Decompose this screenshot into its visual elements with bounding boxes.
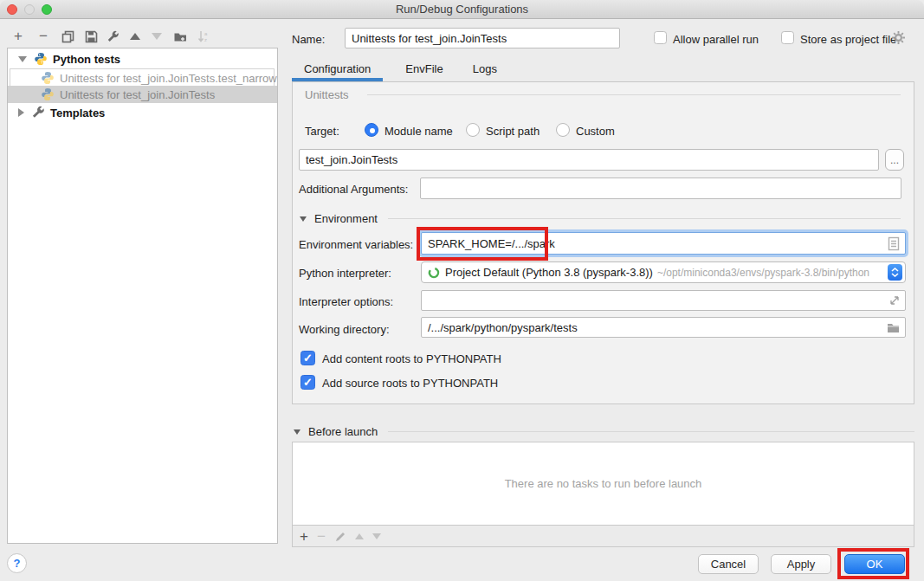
edit-icon [334,531,346,543]
cancel-button[interactable]: Cancel [698,554,759,574]
python-icon [41,87,55,101]
environment-group-label: Environment [314,212,378,225]
radio-script-path[interactable] [466,123,480,137]
python-interpreter-label: Python interpreter: [299,267,391,280]
target-label: Target: [305,125,339,138]
divider [367,94,901,95]
target-input[interactable]: test_join.JoinTests [299,149,879,171]
environment-variables-label: Environment variables: [299,238,413,251]
run-debug-configurations-dialog: Run/Debug Configurations + − az Python t… [0,0,924,581]
conda-env-icon [428,267,440,279]
divider [388,218,901,219]
name-label: Name: [292,33,325,46]
radio-module-name-label: Module name [384,125,453,138]
radio-module-name[interactable] [365,123,378,137]
additional-arguments-label: Additional Arguments: [299,183,408,196]
move-up-icon [355,533,364,539]
check-icon: ✓ [303,376,313,389]
save-icon[interactable] [83,29,99,44]
sort-alpha-icon: az [196,29,211,44]
unittests-group-label: Unittests [305,88,349,101]
tab-configuration[interactable]: Configuration [292,57,383,81]
tree-item-python-tests[interactable]: Python tests [8,50,277,68]
add-icon[interactable]: + [300,530,308,544]
gear-icon[interactable] [891,30,906,48]
add-source-roots-checkbox[interactable]: ✓ [300,375,315,390]
working-directory-value: /.../spark/python/pyspark/tests [428,321,578,334]
chevron-right-icon[interactable] [18,108,24,117]
radio-custom[interactable] [556,123,570,137]
copy-icon[interactable] [60,29,75,44]
svg-text:a: a [204,31,208,36]
move-up-icon[interactable] [127,29,143,44]
tree-item-label: Unittests for test_join.JoinTests.test_n… [60,72,277,85]
edit-templates-icon[interactable] [105,29,120,44]
tree-item-templates[interactable]: Templates [8,104,277,121]
name-input[interactable]: Unittests for test_join.JoinTests [345,28,620,48]
before-launch-empty-text: There are no tasks to run before launch [505,477,702,490]
configurations-tree: Python tests Unittests for test_join.Joi… [7,48,278,544]
interpreter-options-input[interactable] [421,290,906,311]
radio-script-path-label: Script path [486,125,540,138]
python-icon [41,71,55,85]
tree-item-label: Python tests [53,53,120,66]
additional-arguments-input[interactable] [420,178,901,199]
apply-button[interactable]: Apply [771,554,831,574]
allow-parallel-run-label: Allow parallel run [673,33,759,46]
new-folder-icon[interactable] [172,29,188,44]
add-source-roots-label: Add source roots to PYTHONPATH [322,377,498,390]
expand-field-icon[interactable] [889,291,900,310]
store-as-project-file-label: Store as project file [800,33,896,46]
tree-item-label: Templates [50,107,105,119]
move-down-icon [149,29,165,44]
python-icon [34,52,48,66]
wrench-icon [31,106,45,119]
interpreter-options-label: Interpreter options: [299,295,393,308]
window-title: Run/Debug Configurations [0,3,924,16]
radio-custom-label: Custom [576,125,615,138]
move-down-icon [372,533,381,539]
tab-bar: Configuration EnvFile Logs [292,57,914,82]
browse-button[interactable]: ... [885,149,904,171]
python-interpreter-value: Project Default (Python 3.8 (pyspark-3.8… [445,266,653,279]
target-value: test_join.JoinTests [306,153,397,166]
working-directory-label: Working directory: [299,323,390,336]
edit-variables-icon[interactable] [887,233,901,254]
tree-item-label: Unittests for test_join.JoinTests [60,88,215,101]
tab-logs[interactable]: Logs [461,57,509,81]
python-interpreter-path: ~/opt/miniconda3/envs/pyspark-3.8/bin/py… [657,267,869,279]
ok-button[interactable]: OK [844,554,905,574]
working-directory-input[interactable]: /.../spark/python/pyspark/tests [421,317,906,338]
before-launch-label: Before launch [308,425,378,438]
chevron-down-icon[interactable] [18,56,27,62]
collapse-before-launch-icon[interactable] [294,429,300,435]
environment-variables-input[interactable]: SPARK_HOME=/.../spark [421,232,906,255]
before-launch-toolbar: + − [293,526,914,547]
title-bar: Run/Debug Configurations [0,0,924,19]
remove-icon[interactable]: − [36,29,51,44]
dropdown-stepper-icon[interactable] [888,264,902,281]
remove-icon: − [317,530,326,544]
environment-variables-value: SPARK_HOME=/.../spark [428,237,555,250]
before-launch-task-list[interactable]: There are no tasks to run before launch [293,442,914,526]
add-content-roots-label: Add content roots to PYTHONPATH [322,352,501,365]
tree-item-unittest-jointests-selected[interactable]: Unittests for test_join.JoinTests [8,86,277,103]
divider [388,431,914,432]
help-button[interactable]: ? [7,553,27,573]
tab-envfile[interactable]: EnvFile [393,57,455,81]
before-launch-panel: There are no tasks to run before launch … [292,442,914,547]
add-icon[interactable]: + [10,29,26,44]
name-value: Unittests for test_join.JoinTests [352,32,507,45]
svg-text:z: z [204,37,207,42]
store-as-project-file-checkbox[interactable] [781,31,794,44]
tree-item-unittest-narrow[interactable]: Unittests for test_join.JoinTests.test_n… [8,69,277,87]
check-icon: ✓ [303,352,313,365]
collapse-environment-icon[interactable] [300,216,307,222]
allow-parallel-run-checkbox[interactable] [654,31,667,44]
python-interpreter-select[interactable]: Project Default (Python 3.8 (pyspark-3.8… [421,261,906,283]
folder-icon[interactable] [887,318,900,337]
add-content-roots-checkbox[interactable]: ✓ [300,351,315,365]
